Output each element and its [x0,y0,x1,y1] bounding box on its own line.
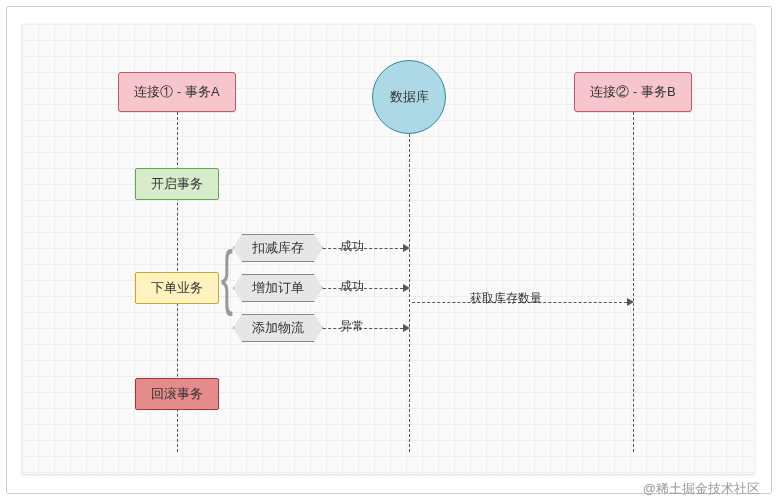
arrowhead-add-order [403,284,410,292]
msg-get-stock: 获取库存数量 [470,290,542,307]
op-add-logistics: 添加物流 [233,314,323,342]
arrowhead-add-logistics [403,324,410,332]
step-order-biz: 下单业务 [135,272,219,304]
lifeline-database [409,134,410,452]
diagram-canvas: 连接① - 事务A 数据库 连接② - 事务B 开启事务 下单业务 回滚事务 {… [22,24,754,474]
lane-conn-a: 连接① - 事务A [118,72,236,112]
step-rollback: 回滚事务 [135,378,219,410]
brace-icon: { [221,240,233,312]
arrowhead-deduct-stock [403,244,410,252]
lifeline-conn-b [633,112,634,452]
result-deduct-stock: 成功 [340,238,364,255]
watermark-text: @稀土掘金技术社区 [643,480,760,498]
lane-database: 数据库 [372,60,446,134]
step-open-tx: 开启事务 [135,168,219,200]
op-deduct-stock: 扣减库存 [233,234,323,262]
result-add-logistics: 异常 [340,318,364,335]
lane-conn-b: 连接② - 事务B [574,72,692,112]
result-add-order: 成功 [340,278,364,295]
arrowhead-get-stock [627,298,634,306]
op-add-order: 增加订单 [233,274,323,302]
